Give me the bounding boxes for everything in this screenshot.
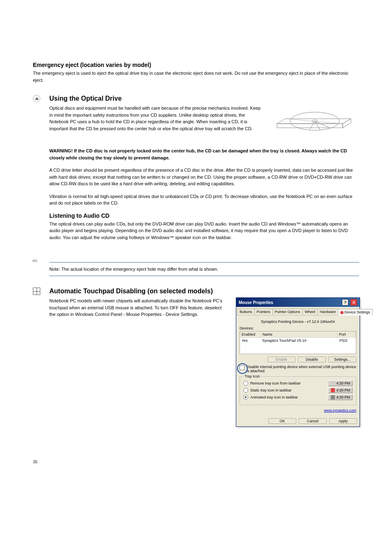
- disable-internal-label: Disable internal pointing device when ex…: [247, 365, 356, 373]
- radio-animated-input[interactable]: [243, 395, 248, 400]
- tab-pointer-options[interactable]: Pointer Options: [272, 309, 303, 315]
- document-page: Emergency eject (location varies by mode…: [0, 0, 392, 489]
- eject-icon: ⏏: [33, 95, 40, 102]
- radio-remove-label: Remove tray icon from taskbar: [250, 381, 301, 385]
- dialog-footer: OK Cancel Apply: [236, 416, 360, 426]
- emergency-eject-text: The emergency eject is used to eject the…: [33, 70, 359, 83]
- optical-drive-illustration: [269, 95, 359, 144]
- svg-line-6: [310, 121, 315, 129]
- dialog-titlebar[interactable]: Mouse Properties ? X: [236, 298, 360, 307]
- col-enabled: Enabled: [240, 332, 261, 337]
- cell-enabled: Yes: [240, 338, 261, 343]
- devices-label: Devices:: [240, 326, 356, 330]
- disable-button[interactable]: Disable: [298, 357, 326, 362]
- highlight-circle: [237, 363, 248, 374]
- close-button[interactable]: X: [350, 299, 357, 306]
- devices-data-row[interactable]: Yes Synaptics TouchPad V5.10 PS/2: [240, 338, 356, 343]
- dialog-title: Mouse Properties: [239, 300, 273, 305]
- optical-drive-p4: Vibration is normal for all high-speed o…: [49, 193, 359, 207]
- devices-header-row: Enabled Name Port: [240, 332, 356, 338]
- svg-marker-2: [343, 119, 351, 128]
- radio-animated-label: Animated tray icon in taskbar: [250, 395, 298, 399]
- synaptics-link[interactable]: www.synaptics.com: [240, 408, 356, 412]
- listening-audio-cd-title: Listening to Audio CD: [49, 212, 359, 219]
- listening-audio-cd-text: The optical drives can play audio CDs, b…: [49, 221, 359, 241]
- note-text: Note: The actual location of the emergen…: [49, 262, 359, 276]
- radio-static-label: Static tray icon in taskbar: [250, 388, 292, 392]
- radio-static-tray[interactable]: Static tray icon in taskbar 4:20 PM: [243, 387, 353, 393]
- radio-static-input[interactable]: [243, 388, 248, 393]
- tray-preview-animated: 4:20 PM: [328, 394, 353, 400]
- emergency-eject-title: Emergency eject (location varies by mode…: [33, 62, 359, 68]
- mouse-properties-screenshot: Mouse Properties ? X Buttons Pointers Po…: [236, 297, 359, 427]
- sub-section-emergency-eject: Emergency eject (location varies by mode…: [33, 62, 359, 83]
- tab-buttons[interactable]: Buttons: [237, 309, 255, 315]
- page-footer: 36: [33, 460, 359, 464]
- mouse-properties-dialog: Mouse Properties ? X Buttons Pointers Po…: [236, 297, 360, 427]
- tray-icon-fieldset: Tray Icon Remove tray icon from taskbar …: [240, 376, 356, 405]
- optical-drive-p3: A CD drive letter should be present rega…: [49, 167, 359, 187]
- windows-icon: [33, 288, 40, 295]
- optical-drive-warning: WARNING! If the CD disc is not properly …: [49, 147, 359, 161]
- dialog-body: Synaptics Pointing Device - v7.12.9 19No…: [236, 315, 360, 416]
- tray-animated-icon: [331, 395, 335, 399]
- synaptics-icon: [340, 311, 344, 314]
- col-port: Port: [337, 332, 356, 337]
- pencil-icon: ✎: [31, 257, 40, 266]
- radio-animated-tray[interactable]: Animated tray icon in taskbar 4:20 PM: [243, 394, 353, 400]
- cell-name: Synaptics TouchPad V5.10: [261, 338, 338, 343]
- col-name: Name: [261, 332, 337, 337]
- tab-device-settings[interactable]: Device Settings: [338, 309, 373, 315]
- tab-pointers[interactable]: Pointers: [254, 309, 273, 315]
- tray-preview-empty: 4:20 PM: [328, 380, 353, 386]
- ok-button[interactable]: OK: [268, 418, 296, 424]
- section-auto-touchpad-disable: Automatic Touchpad Disabling (on selecte…: [33, 288, 359, 427]
- page-number: 36: [33, 460, 37, 464]
- tab-hardware[interactable]: Hardware: [317, 309, 338, 315]
- tray-static-icon: [331, 388, 335, 392]
- tray-preview-static: 4:20 PM: [328, 387, 353, 393]
- auto-touchpad-title: Automatic Touchpad Disabling (on selecte…: [49, 288, 359, 295]
- cell-port: PS/2: [338, 338, 356, 343]
- device-button-row: Enable Disable Settings...: [240, 357, 356, 362]
- section-using-optical-drive: ⏏ Using the O: [33, 95, 359, 246]
- tab-wheel[interactable]: Wheel: [302, 309, 318, 315]
- radio-remove-tray[interactable]: Remove tray icon from taskbar 4:20 PM: [243, 380, 353, 386]
- note-row: ✎ Note: The actual location of the emerg…: [33, 258, 359, 276]
- cancel-button[interactable]: Cancel: [299, 418, 327, 424]
- devices-table[interactable]: Enabled Name Port Yes Synaptics TouchPad…: [240, 331, 356, 354]
- dialog-tabs: Buttons Pointers Pointer Options Wheel H…: [236, 307, 360, 315]
- disable-internal-checkbox-row[interactable]: Disable internal pointing device when ex…: [240, 365, 356, 373]
- tray-icon-legend: Tray Icon: [243, 374, 261, 378]
- auto-touchpad-text: Notebook PC models with newer chipsets w…: [49, 297, 228, 427]
- driver-version-label: Synaptics Pointing Device - v7.12.9 19No…: [240, 319, 356, 326]
- settings-button[interactable]: Settings...: [328, 357, 356, 362]
- enable-button[interactable]: Enable: [267, 357, 295, 362]
- help-button[interactable]: ?: [342, 299, 348, 306]
- apply-button[interactable]: Apply: [329, 418, 357, 424]
- radio-remove-input[interactable]: [243, 381, 248, 386]
